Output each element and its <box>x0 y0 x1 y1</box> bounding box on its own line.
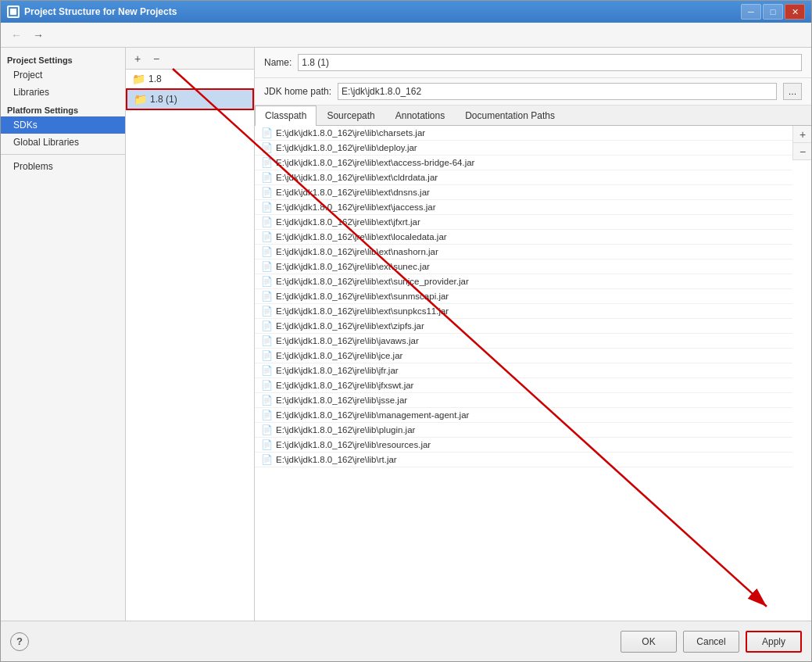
classpath-item-path: E:\jdk\jdk1.8.0_162\jre\lib\ext\sunec.ja… <box>276 262 430 271</box>
classpath-item[interactable]: 📄E:\jdk\jdk1.8.0_162\jre\lib\charsets.ja… <box>255 126 792 141</box>
sidebar-item-sdks[interactable]: SDKs <box>1 116 125 134</box>
classpath-item[interactable]: 📄E:\jdk\jdk1.8.0_162\jre\lib\jce.jar <box>255 349 792 363</box>
classpath-item-path: E:\jdk\jdk1.8.0_162\jre\lib\rt.jar <box>276 455 397 464</box>
classpath-item[interactable]: 📄E:\jdk\jdk1.8.0_162\jre\lib\resources.j… <box>255 438 792 453</box>
jar-icon: 📄 <box>261 172 273 183</box>
classpath-item[interactable]: 📄E:\jdk\jdk1.8.0_162\jre\lib\jsse.jar <box>255 393 792 408</box>
classpath-item-path: E:\jdk\jdk1.8.0_162\jre\lib\ext\localeda… <box>276 232 447 242</box>
jar-icon: 📄 <box>261 276 273 287</box>
title-bar: Project Structure for New Projects ─ □ ✕ <box>1 1 811 23</box>
tab-classpath[interactable]: Classpath <box>255 106 317 126</box>
jar-icon: 📄 <box>261 454 273 465</box>
classpath-item[interactable]: 📄E:\jdk\jdk1.8.0_162\jre\lib\ext\sunec.j… <box>255 259 792 274</box>
classpath-item-path: E:\jdk\jdk1.8.0_162\jre\lib\ext\nashorn.… <box>276 247 438 256</box>
jar-icon: 📄 <box>261 410 273 420</box>
detail-panel: Name: JDK home path: … Classpath Sourcep… <box>255 48 811 621</box>
classpath-item[interactable]: 📄E:\jdk\jdk1.8.0_162\jre\lib\ext\nashorn… <box>255 245 792 259</box>
classpath-item-path: E:\jdk\jdk1.8.0_162\jre\lib\jfxswt.jar <box>276 381 413 390</box>
jdk-path-input[interactable] <box>338 83 777 100</box>
classpath-item[interactable]: 📄E:\jdk\jdk1.8.0_162\jre\lib\jfr.jar <box>255 363 792 378</box>
classpath-item-path: E:\jdk\jdk1.8.0_162\jre\lib\ext\sunmscap… <box>276 292 449 301</box>
jar-icon: 📄 <box>261 320 273 331</box>
apply-button[interactable]: Apply <box>746 631 802 653</box>
title-bar-icon <box>7 5 20 18</box>
tab-documentation-paths[interactable]: Documentation Paths <box>455 106 565 125</box>
sdk-name-input[interactable] <box>298 54 802 71</box>
sidebar-item-libraries[interactable]: Libraries <box>1 84 125 101</box>
sidebar-item-project[interactable]: Project <box>1 66 125 84</box>
jar-icon: 📄 <box>261 187 273 198</box>
jar-icon: 📄 <box>261 127 273 138</box>
classpath-item-path: E:\jdk\jdk1.8.0_162\jre\lib\ext\cldrdata… <box>276 173 438 182</box>
classpath-item-path: E:\jdk\jdk1.8.0_162\jre\lib\plugin.jar <box>276 425 415 435</box>
classpath-item[interactable]: 📄E:\jdk\jdk1.8.0_162\jre\lib\plugin.jar <box>255 423 792 438</box>
name-label: Name: <box>264 57 292 68</box>
window-title: Project Structure for New Projects <box>24 6 741 17</box>
content-area: + − 📁 1.8 📁 1.8 (1) <box>126 48 811 621</box>
classpath-item[interactable]: 📄E:\jdk\jdk1.8.0_162\jre\lib\ext\localed… <box>255 230 792 245</box>
remove-sdk-button[interactable]: − <box>148 50 165 67</box>
forward-button[interactable]: → <box>29 26 48 45</box>
sdk-item-1.8-1[interactable]: 📁 1.8 (1) <box>126 88 254 110</box>
classpath-item[interactable]: 📄E:\jdk\jdk1.8.0_162\jre\lib\ext\sunpkcs… <box>255 304 792 319</box>
sdk-list-toolbar: + − <box>126 48 254 70</box>
jar-icon: 📄 <box>261 202 273 213</box>
add-sdk-button[interactable]: + <box>129 50 146 67</box>
classpath-item-path: E:\jdk\jdk1.8.0_162\jre\lib\charsets.jar <box>276 128 425 138</box>
sidebar-divider <box>1 154 125 155</box>
classpath-item-path: E:\jdk\jdk1.8.0_162\jre\lib\javaws.jar <box>276 336 419 345</box>
jar-icon: 📄 <box>261 395 273 406</box>
help-button[interactable]: ? <box>10 632 29 651</box>
back-button[interactable]: ← <box>7 26 26 45</box>
platform-settings-section-label: Platform Settings <box>1 101 125 116</box>
add-classpath-button[interactable]: + <box>793 126 811 143</box>
maximize-button[interactable]: □ <box>763 4 783 20</box>
classpath-item-path: E:\jdk\jdk1.8.0_162\jre\lib\ext\sunjce_p… <box>276 277 469 286</box>
tabs-bar: Classpath Sourcepath Annotations Documen… <box>255 106 811 126</box>
classpath-item[interactable]: 📄E:\jdk\jdk1.8.0_162\jre\lib\ext\sunjce_… <box>255 274 792 289</box>
sidebar-item-global-libraries[interactable]: Global Libraries <box>1 134 125 151</box>
tab-sourcepath[interactable]: Sourcepath <box>317 106 385 125</box>
classpath-item[interactable]: 📄E:\jdk\jdk1.8.0_162\jre\lib\deploy.jar <box>255 141 792 156</box>
classpath-item[interactable]: 📄E:\jdk\jdk1.8.0_162\jre\lib\management-… <box>255 408 792 423</box>
classpath-item[interactable]: 📄E:\jdk\jdk1.8.0_162\jre\lib\ext\jaccess… <box>255 200 792 215</box>
jar-icon: 📄 <box>261 246 273 257</box>
jar-icon: 📄 <box>261 424 273 435</box>
navigation-toolbar: ← → <box>1 23 811 48</box>
classpath-item[interactable]: 📄E:\jdk\jdk1.8.0_162\jre\lib\ext\jfxrt.j… <box>255 215 792 230</box>
sidebar: Project Settings Project Libraries Platf… <box>1 48 126 621</box>
jar-icon: 📄 <box>261 216 273 227</box>
classpath-item-path: E:\jdk\jdk1.8.0_162\jre\lib\management-a… <box>276 410 469 420</box>
classpath-item[interactable]: 📄E:\jdk\jdk1.8.0_162\jre\lib\ext\dnsns.j… <box>255 185 792 200</box>
classpath-item-path: E:\jdk\jdk1.8.0_162\jre\lib\ext\zipfs.ja… <box>276 321 424 331</box>
sdk-list-panel: + − 📁 1.8 📁 1.8 (1) <box>126 48 255 621</box>
classpath-item[interactable]: 📄E:\jdk\jdk1.8.0_162\jre\lib\ext\access-… <box>255 156 792 170</box>
sidebar-item-problems[interactable]: Problems <box>1 158 125 175</box>
classpath-item-path: E:\jdk\jdk1.8.0_162\jre\lib\ext\jaccess.… <box>276 202 436 212</box>
folder-icon: 📁 <box>132 73 145 85</box>
sdk-item-label: 1.8 (1) <box>150 94 177 105</box>
jar-icon: 📄 <box>261 335 273 346</box>
remove-classpath-button[interactable]: − <box>793 143 811 160</box>
ok-button[interactable]: OK <box>621 631 677 653</box>
classpath-item[interactable]: 📄E:\jdk\jdk1.8.0_162\jre\lib\ext\cldrdat… <box>255 170 792 185</box>
cancel-button[interactable]: Cancel <box>683 631 739 653</box>
classpath-item[interactable]: 📄E:\jdk\jdk1.8.0_162\jre\lib\rt.jar <box>255 453 792 467</box>
jdk-path-browse-button[interactable]: … <box>783 83 802 100</box>
classpath-item[interactable]: 📄E:\jdk\jdk1.8.0_162\jre\lib\ext\sunmsca… <box>255 289 792 304</box>
sdk-item-1.8[interactable]: 📁 1.8 <box>126 70 254 88</box>
minimize-button[interactable]: ─ <box>741 4 761 20</box>
classpath-item[interactable]: 📄E:\jdk\jdk1.8.0_162\jre\lib\ext\zipfs.j… <box>255 319 792 334</box>
jar-icon: 📄 <box>261 231 273 242</box>
jar-icon: 📄 <box>261 261 273 272</box>
classpath-item-path: E:\jdk\jdk1.8.0_162\jre\lib\deploy.jar <box>276 143 417 152</box>
jar-icon: 📄 <box>261 350 273 361</box>
jdk-path-label: JDK home path: <box>264 86 331 97</box>
jar-icon: 📄 <box>261 157 273 168</box>
classpath-item-path: E:\jdk\jdk1.8.0_162\jre\lib\jfr.jar <box>276 366 399 375</box>
jdk-path-row: JDK home path: … <box>255 78 811 106</box>
close-button[interactable]: ✕ <box>785 4 805 20</box>
tab-annotations[interactable]: Annotations <box>385 106 455 125</box>
classpath-item[interactable]: 📄E:\jdk\jdk1.8.0_162\jre\lib\jfxswt.jar <box>255 378 792 393</box>
classpath-item[interactable]: 📄E:\jdk\jdk1.8.0_162\jre\lib\javaws.jar <box>255 334 792 349</box>
